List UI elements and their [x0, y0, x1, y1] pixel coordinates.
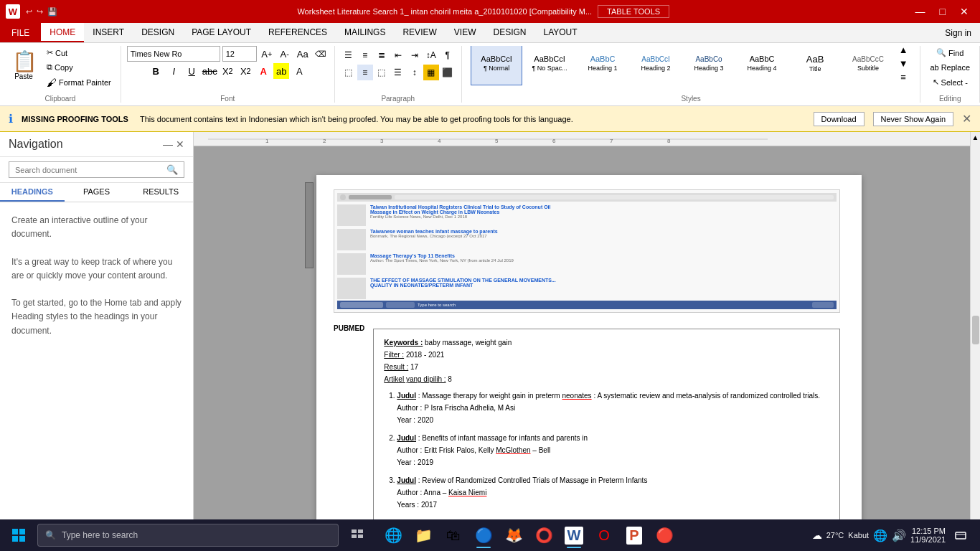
- align-center-btn[interactable]: ≡: [357, 65, 373, 80]
- taskbar-edge-btn[interactable]: 🌐: [379, 521, 407, 550]
- nav-body: Create an interactive outline of your do…: [0, 202, 193, 528]
- table-tools-tab[interactable]: TABLE TOOLS: [598, 5, 669, 18]
- decrease-font-btn[interactable]: A-: [277, 46, 293, 62]
- taskbar-edge2-btn[interactable]: 🔵: [469, 521, 498, 550]
- line-spacing-btn[interactable]: ↕: [407, 65, 423, 80]
- find-button[interactable]: 🔍 Find: [933, 46, 967, 60]
- underline-btn[interactable]: U: [184, 63, 199, 79]
- right-scrollbar[interactable]: ▲ ▼: [970, 132, 980, 528]
- result-line: Result : 17: [384, 361, 829, 373]
- style-heading1[interactable]: AaBbC Heading 1: [577, 46, 628, 85]
- taskbar-powerpoint-btn[interactable]: P: [620, 521, 649, 550]
- font-size-input[interactable]: [222, 46, 257, 62]
- taskbar-firefox-btn[interactable]: 🦊: [499, 521, 528, 550]
- save-btn[interactable]: 💾: [47, 7, 57, 17]
- never-show-again-button[interactable]: Never Show Again: [873, 112, 954, 126]
- tab-design2[interactable]: DESIGN: [484, 23, 534, 42]
- tab-design[interactable]: DESIGN: [133, 23, 183, 42]
- tab-home[interactable]: HOME: [41, 23, 84, 42]
- bullets-btn[interactable]: ☰: [341, 47, 357, 63]
- start-button[interactable]: [3, 519, 34, 551]
- style-heading4[interactable]: AaBbC Heading 4: [736, 46, 788, 85]
- tab-page-layout[interactable]: PAGE LAYOUT: [183, 23, 260, 42]
- network-icon[interactable]: 🌐: [873, 529, 887, 542]
- subscript-btn[interactable]: X2: [220, 63, 235, 79]
- tab-review[interactable]: REVIEW: [394, 23, 445, 42]
- italic-btn[interactable]: I: [166, 63, 182, 79]
- replace-button[interactable]: ab Replace: [926, 61, 974, 74]
- taskbar-store-btn[interactable]: 🛍: [439, 521, 468, 550]
- file-tab[interactable]: FILE: [0, 23, 41, 42]
- taskbar-search-bar[interactable]: 🔍 Type here to search: [37, 524, 339, 547]
- style-subtitle[interactable]: AaBbCcC Subtitle: [842, 46, 894, 85]
- style-no-spacing[interactable]: AaBbCcI ¶ No Spac...: [524, 46, 575, 85]
- taskbar-chrome-btn[interactable]: 🔴: [650, 521, 679, 550]
- sign-in-btn[interactable]: Sign in: [945, 28, 980, 38]
- taskbar-opera-btn[interactable]: ⭕: [529, 521, 558, 550]
- cut-button[interactable]: ✂ Cut: [43, 46, 115, 60]
- copy-button[interactable]: ⧉ Copy: [43, 60, 115, 74]
- style-title[interactable]: AaB Title: [789, 46, 841, 85]
- style-heading3[interactable]: AaBbCo Heading 3: [683, 46, 735, 85]
- shading-btn[interactable]: ▦: [423, 65, 439, 80]
- speaker-icon[interactable]: 🔊: [892, 529, 906, 542]
- increase-font-btn[interactable]: A+: [259, 46, 275, 62]
- search-document-input[interactable]: [15, 166, 164, 174]
- paste-button[interactable]: 📋 Paste: [6, 46, 42, 84]
- styles-scroll-up[interactable]: ▲: [895, 46, 911, 57]
- download-button[interactable]: Download: [814, 112, 864, 126]
- borders-btn[interactable]: ⬛: [440, 65, 456, 80]
- scroll-up-btn[interactable]: ▲: [972, 133, 979, 141]
- notification-center-btn[interactable]: [950, 524, 971, 546]
- align-left-btn[interactable]: ⬚: [341, 65, 357, 80]
- redo-btn[interactable]: ↪: [37, 7, 43, 17]
- font-color-btn[interactable]: A: [291, 63, 307, 79]
- highlight-btn[interactable]: ab: [273, 63, 289, 79]
- multilevel-list-btn[interactable]: ≣: [374, 47, 390, 63]
- styles-more[interactable]: ≡: [895, 70, 911, 84]
- superscript-btn[interactable]: X2: [237, 63, 253, 79]
- close-btn[interactable]: ✕: [954, 4, 974, 19]
- nav-close-btn[interactable]: ✕: [176, 138, 184, 150]
- numbering-btn[interactable]: ≡: [357, 47, 373, 63]
- decrease-indent-btn[interactable]: ⇤: [390, 47, 406, 63]
- undo-btn[interactable]: ↩: [26, 7, 32, 17]
- tab-view[interactable]: VIEW: [446, 23, 485, 42]
- show-hide-btn[interactable]: ¶: [440, 47, 456, 63]
- font-name-input[interactable]: [127, 46, 220, 62]
- tab-layout[interactable]: LAYOUT: [534, 23, 585, 42]
- bold-btn[interactable]: B: [148, 63, 164, 79]
- tab-references[interactable]: REFERENCES: [260, 23, 336, 42]
- task-view-btn[interactable]: [341, 519, 373, 551]
- minimize-btn[interactable]: —: [910, 4, 931, 19]
- text-color-btn[interactable]: A: [255, 63, 271, 79]
- justify-btn[interactable]: ☰: [390, 65, 406, 80]
- style-heading2[interactable]: AaBbCcI Heading 2: [630, 46, 682, 85]
- tab-insert[interactable]: INSERT: [84, 23, 133, 42]
- styles-scroll-down[interactable]: ▼: [895, 57, 911, 70]
- taskbar-opera2-btn[interactable]: O: [590, 521, 618, 550]
- tab-mailings[interactable]: MAILINGS: [336, 23, 394, 42]
- change-case-btn[interactable]: Aa: [295, 46, 311, 62]
- svg-text:3: 3: [380, 138, 384, 144]
- format-painter-button[interactable]: 🖌 Format Painter: [43, 75, 115, 90]
- align-right-btn[interactable]: ⬚: [374, 65, 390, 80]
- nav-minimize-btn[interactable]: —: [163, 138, 173, 150]
- search-icon[interactable]: 🔍: [166, 164, 178, 175]
- svg-rect-12: [19, 536, 25, 542]
- scroll-thumb[interactable]: [972, 316, 979, 344]
- select-button[interactable]: ↖ Select -: [929, 75, 971, 89]
- taskbar-folder-btn[interactable]: 📁: [409, 521, 438, 550]
- increase-indent-btn[interactable]: ⇥: [407, 47, 423, 63]
- taskbar-word-btn[interactable]: W: [560, 521, 588, 550]
- notification-close-button[interactable]: ✕: [962, 112, 971, 126]
- restore-btn[interactable]: □: [934, 4, 951, 19]
- sort-btn[interactable]: ↕A: [423, 47, 439, 63]
- nav-tab-headings[interactable]: HEADINGS: [0, 183, 65, 202]
- style-normal[interactable]: AaBbCcI ¶ Normal: [471, 46, 522, 85]
- document-scroll-area[interactable]: Taiwan Institutional Hospital Registers …: [194, 146, 970, 527]
- nav-tab-pages[interactable]: PAGES: [65, 183, 129, 202]
- strikethrough-btn[interactable]: abc: [202, 63, 217, 79]
- clear-formatting-btn[interactable]: ⌫: [313, 46, 329, 62]
- nav-tab-results[interactable]: RESULTS: [128, 183, 193, 202]
